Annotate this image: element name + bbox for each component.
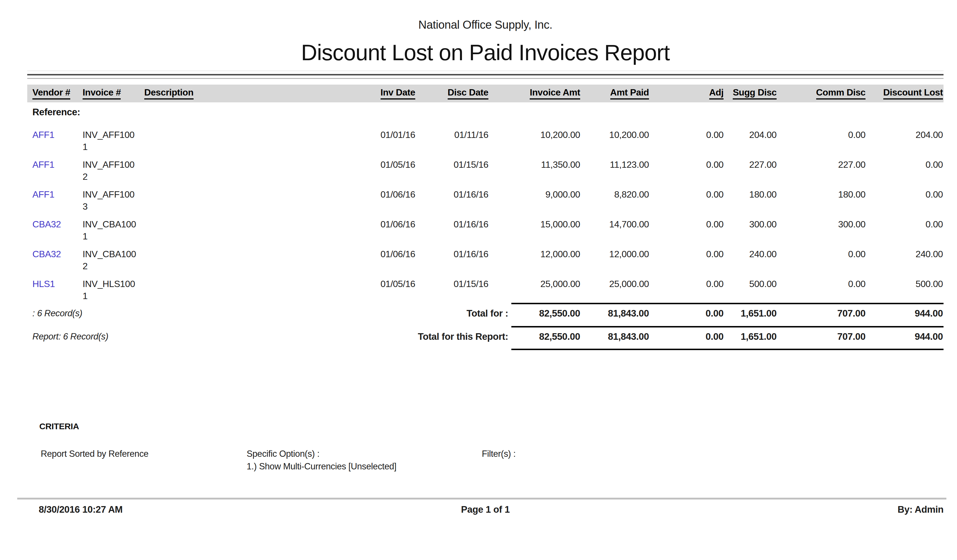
report-total-discount-lost: 944.00 bbox=[865, 331, 943, 343]
footer-page-number: Page 1 of 1 bbox=[27, 504, 944, 515]
report-total-values: 82,550.00 81,843.00 0.00 1,651.00 707.00… bbox=[488, 331, 943, 343]
table-row: AFF1 INV_AFF1001 01/01/16 01/11/16 10,20… bbox=[27, 128, 944, 158]
group-total-sugg-disc: 1,651.00 bbox=[723, 308, 777, 319]
group-total-top-rule bbox=[511, 303, 944, 304]
table-header-row: Vendor # Invoice # Description Inv Date … bbox=[27, 85, 944, 103]
description-cell bbox=[144, 159, 371, 187]
discount-lost-cell: 0.00 bbox=[865, 188, 943, 217]
amt-paid-cell: 8,820.00 bbox=[580, 188, 649, 217]
report-record-count: Report: 6 Record(s) bbox=[32, 331, 108, 343]
invoice-number: INV_AFF1002 bbox=[82, 159, 144, 187]
discount-lost-cell: 0.00 bbox=[865, 159, 943, 187]
sugg-disc-cell: 500.00 bbox=[723, 278, 777, 306]
adj-cell: 0.00 bbox=[649, 248, 723, 277]
sugg-disc-cell: 240.00 bbox=[723, 248, 777, 277]
discount-lost-cell: 240.00 bbox=[865, 248, 943, 277]
vendor-link[interactable]: CBA32 bbox=[32, 218, 82, 247]
sugg-disc-cell: 180.00 bbox=[723, 188, 777, 217]
adj-cell: 0.00 bbox=[649, 129, 723, 158]
comm-disc-cell: 0.00 bbox=[777, 129, 865, 158]
vendor-link[interactable]: AFF1 bbox=[32, 159, 82, 187]
disc-date-cell: 01/16/16 bbox=[415, 218, 488, 247]
description-cell bbox=[144, 218, 371, 247]
amt-paid-cell: 10,200.00 bbox=[580, 129, 649, 158]
table-row: AFF1 INV_AFF1002 01/05/16 01/15/16 11,35… bbox=[27, 158, 944, 187]
invoice-number: INV_CBA1001 bbox=[82, 218, 144, 247]
col-header-amt-paid: Amt Paid bbox=[580, 87, 649, 103]
table-row: HLS1 INV_HLS1001 01/05/16 01/15/16 25,00… bbox=[27, 277, 944, 306]
group-total-adj: 0.00 bbox=[649, 308, 723, 319]
invoice-amt-cell: 12,000.00 bbox=[488, 248, 580, 277]
report-total-top-rule bbox=[511, 326, 944, 327]
description-cell bbox=[144, 129, 371, 158]
invoice-amt-cell: 10,200.00 bbox=[488, 129, 580, 158]
inv-date-cell: 01/05/16 bbox=[371, 278, 415, 306]
invoice-number: INV_CBA1002 bbox=[82, 248, 144, 277]
report-total-invoice-amt: 82,550.00 bbox=[488, 331, 580, 343]
disc-date-cell: 01/15/16 bbox=[415, 159, 488, 187]
vendor-link[interactable]: HLS1 bbox=[32, 278, 82, 306]
group-total-comm-disc: 707.00 bbox=[777, 308, 865, 319]
discount-lost-cell: 0.00 bbox=[865, 218, 943, 247]
criteria-sort-text: Report Sorted by Reference bbox=[41, 449, 148, 459]
amt-paid-cell: 12,000.00 bbox=[580, 248, 649, 277]
invoice-number: INV_AFF1001 bbox=[82, 129, 144, 158]
table-row: CBA32 INV_CBA1002 01/06/16 01/16/16 12,0… bbox=[27, 247, 944, 277]
comm-disc-cell: 0.00 bbox=[777, 278, 865, 306]
discount-lost-cell: 204.00 bbox=[865, 129, 943, 158]
title-rule-faint bbox=[27, 71, 944, 71]
criteria-options-label: Specific Option(s) : bbox=[246, 449, 319, 459]
adj-cell: 0.00 bbox=[649, 278, 723, 306]
comm-disc-cell: 227.00 bbox=[777, 159, 865, 187]
inv-date-cell: 01/06/16 bbox=[371, 218, 415, 247]
company-name: National Office Supply, Inc. bbox=[27, 18, 944, 31]
description-cell bbox=[144, 248, 371, 277]
report-total-adj: 0.00 bbox=[649, 331, 723, 343]
criteria-filters-label: Filter(s) : bbox=[482, 449, 516, 459]
sugg-disc-cell: 204.00 bbox=[723, 129, 777, 158]
report-page: National Office Supply, Inc. Discount Lo… bbox=[0, 0, 957, 560]
group-label-reference: Reference: bbox=[32, 107, 80, 118]
group-total-invoice-amt: 82,550.00 bbox=[488, 308, 580, 319]
col-header-invoice: Invoice # bbox=[82, 87, 144, 103]
disc-date-cell: 01/15/16 bbox=[415, 278, 488, 306]
comm-disc-cell: 300.00 bbox=[777, 218, 865, 247]
report-total-sugg-disc: 1,651.00 bbox=[723, 331, 777, 343]
vendor-link[interactable]: AFF1 bbox=[32, 129, 82, 158]
group-total-amt-paid: 81,843.00 bbox=[580, 308, 649, 319]
col-header-invoice-amt: Invoice Amt bbox=[488, 87, 580, 103]
report-total-comm-disc: 707.00 bbox=[777, 331, 865, 343]
disc-date-cell: 01/11/16 bbox=[415, 129, 488, 158]
amt-paid-cell: 25,000.00 bbox=[580, 278, 649, 306]
description-cell bbox=[144, 278, 371, 306]
col-header-inv-date: Inv Date bbox=[371, 87, 415, 103]
title-rule-dark bbox=[27, 74, 944, 76]
table-row: CBA32 INV_CBA1001 01/06/16 01/16/16 15,0… bbox=[27, 217, 944, 247]
amt-paid-cell: 14,700.00 bbox=[580, 218, 649, 247]
report-total-bottom-rule bbox=[511, 349, 944, 350]
footer-rule bbox=[17, 498, 946, 500]
adj-cell: 0.00 bbox=[649, 218, 723, 247]
col-header-discount-lost: Discount Lost bbox=[865, 87, 943, 103]
vendor-link[interactable]: AFF1 bbox=[32, 188, 82, 217]
inv-date-cell: 01/06/16 bbox=[371, 188, 415, 217]
comm-disc-cell: 0.00 bbox=[777, 248, 865, 277]
report-title: Discount Lost on Paid Invoices Report bbox=[27, 39, 944, 66]
amt-paid-cell: 11,123.00 bbox=[580, 159, 649, 187]
vendor-link[interactable]: CBA32 bbox=[32, 248, 82, 277]
criteria-heading: CRITERIA bbox=[39, 421, 79, 431]
inv-date-cell: 01/06/16 bbox=[371, 248, 415, 277]
table-row: AFF1 INV_AFF1003 01/06/16 01/16/16 9,000… bbox=[27, 187, 944, 217]
col-header-comm-disc: Comm Disc bbox=[777, 87, 865, 103]
adj-cell: 0.00 bbox=[649, 159, 723, 187]
invoice-number: INV_AFF1003 bbox=[82, 188, 144, 217]
sugg-disc-cell: 300.00 bbox=[723, 218, 777, 247]
invoice-amt-cell: 25,000.00 bbox=[488, 278, 580, 306]
col-header-disc-date: Disc Date bbox=[415, 87, 488, 103]
disc-date-cell: 01/16/16 bbox=[415, 188, 488, 217]
group-total-discount-lost: 944.00 bbox=[865, 308, 943, 319]
disc-date-cell: 01/16/16 bbox=[415, 248, 488, 277]
footer-user: By: Admin bbox=[898, 504, 944, 515]
group-total-values: 82,550.00 81,843.00 0.00 1,651.00 707.00… bbox=[488, 308, 943, 319]
title-rule-light bbox=[27, 78, 944, 79]
